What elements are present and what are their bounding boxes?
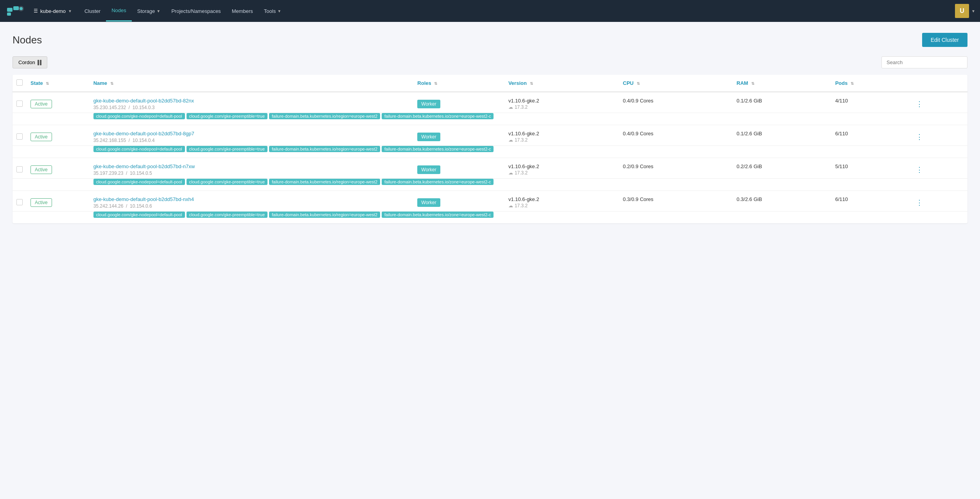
pods-value: 5/110 <box>835 163 848 169</box>
state-sort-icon: ⇅ <box>46 81 49 86</box>
nodes-table: State ⇅ Name ⇅ Roles ⇅ Version ⇅ <box>13 75 967 223</box>
row-version-cell: v1.10.6-gke.2 ☁ 17.3.2 <box>504 92 619 113</box>
row-checkbox-cell[interactable] <box>13 125 27 146</box>
th-state[interactable]: State ⇅ <box>27 75 90 92</box>
th-version[interactable]: Version ⇅ <box>504 75 619 92</box>
row-role-cell: Worker <box>413 125 504 146</box>
table-row: Active gke-kube-demo-default-pool-b2dd57… <box>13 92 967 113</box>
toolbar: Cordon <box>13 56 967 68</box>
svg-rect-2 <box>7 13 11 16</box>
node-tags-list: cloud.google.com/gke-nodepool=default-po… <box>93 212 964 218</box>
nav-nodes[interactable]: Nodes <box>106 0 132 22</box>
nav-tools[interactable]: Tools ▼ <box>258 1 287 21</box>
storage-chevron-icon: ▼ <box>156 9 160 13</box>
version-main: v1.10.6-gke.2 <box>508 196 615 202</box>
node-tag: cloud.google.com/gke-preemptible=true <box>187 212 268 218</box>
cloud-icon: ☁ <box>508 203 513 208</box>
node-name-link[interactable]: gke-kube-demo-default-pool-b2dd57bd-n7xw <box>93 163 410 169</box>
row-checkbox[interactable] <box>16 101 23 107</box>
row-role-cell: Worker <box>413 158 504 179</box>
nodes-table-container: State ⇅ Name ⇅ Roles ⇅ Version ⇅ <box>13 75 967 223</box>
user-chevron-icon[interactable]: ▼ <box>971 9 975 13</box>
nav-cluster[interactable]: Cluster <box>79 1 106 21</box>
row-pods-cell: 6/110 <box>831 191 910 212</box>
version-sort-icon: ⇅ <box>530 81 533 86</box>
row-checkbox-cell[interactable] <box>13 191 27 212</box>
tags-pad-cell <box>13 146 27 158</box>
row-ram-cell: 0.1/2.6 GiB <box>733 125 831 146</box>
version-main: v1.10.6-gke.2 <box>508 131 615 136</box>
edit-cluster-button[interactable]: Edit Cluster <box>922 33 967 47</box>
row-version-cell: v1.10.6-gke.2 ☁ 17.3.2 <box>504 191 619 212</box>
cpu-value: 0.4/0.9 Cores <box>623 98 653 104</box>
role-badge: Worker <box>417 198 440 207</box>
th-roles[interactable]: Roles ⇅ <box>413 75 504 92</box>
row-more-cell[interactable]: ⋮ <box>910 158 967 179</box>
tags-cell: cloud.google.com/gke-nodepool=default-po… <box>90 179 967 191</box>
nav-members[interactable]: Members <box>226 1 258 21</box>
node-tag: failure-domain.beta.kubernetes.io/zone=e… <box>382 212 494 218</box>
cordon-button[interactable]: Cordon <box>13 56 47 68</box>
cloud-icon: ☁ <box>508 170 513 176</box>
row-ram-cell: 0.1/2.6 GiB <box>733 92 831 113</box>
th-name[interactable]: Name ⇅ <box>90 75 414 92</box>
row-checkbox[interactable] <box>16 166 23 172</box>
node-tag: cloud.google.com/gke-preemptible=true <box>187 146 268 152</box>
cpu-value: 0.4/0.9 Cores <box>623 131 653 136</box>
row-state-cell: Active <box>27 125 90 146</box>
row-version-cell: v1.10.6-gke.2 ☁ 17.3.2 <box>504 158 619 179</box>
tools-chevron-icon: ▼ <box>277 9 281 13</box>
search-input[interactable] <box>881 56 967 68</box>
navbar: ☰ kube-demo ▼ Cluster Nodes Storage ▼ Pr… <box>0 0 980 22</box>
svg-point-4 <box>20 7 23 10</box>
node-tags-list: cloud.google.com/gke-nodepool=default-po… <box>93 146 964 152</box>
row-more-cell[interactable]: ⋮ <box>910 125 967 146</box>
node-tag: cloud.google.com/gke-nodepool=default-po… <box>93 212 185 218</box>
row-cpu-cell: 0.4/0.9 Cores <box>619 92 733 113</box>
user-avatar[interactable]: U <box>955 4 969 18</box>
node-name-link[interactable]: gke-kube-demo-default-pool-b2dd57bd-nxh4 <box>93 196 410 202</box>
node-tag: cloud.google.com/gke-preemptible=true <box>187 113 268 119</box>
row-cpu-cell: 0.3/0.9 Cores <box>619 191 733 212</box>
cluster-selector[interactable]: ☰ kube-demo ▼ <box>30 6 76 16</box>
more-actions-button[interactable]: ⋮ <box>914 99 925 109</box>
row-checkbox[interactable] <box>16 199 23 205</box>
select-all-header[interactable] <box>13 75 27 92</box>
row-more-cell[interactable]: ⋮ <box>910 191 967 212</box>
pods-value: 4/110 <box>835 98 848 104</box>
select-all-checkbox[interactable] <box>16 79 23 86</box>
row-pods-cell: 6/110 <box>831 125 910 146</box>
cpu-value: 0.3/0.9 Cores <box>623 196 653 202</box>
node-ips: 35.242.144.26 / 10.154.0.6 <box>93 203 410 209</box>
node-name-link[interactable]: gke-kube-demo-default-pool-b2dd57bd-82nx <box>93 98 410 104</box>
row-checkbox-cell[interactable] <box>13 92 27 113</box>
version-sub: ☁ 17.3.2 <box>508 170 615 176</box>
more-actions-button[interactable]: ⋮ <box>914 165 925 175</box>
th-pods[interactable]: Pods ⇅ <box>831 75 910 92</box>
more-actions-button[interactable]: ⋮ <box>914 197 925 208</box>
row-name-cell: gke-kube-demo-default-pool-b2dd57bd-8gp7… <box>90 125 414 146</box>
version-main: v1.10.6-gke.2 <box>508 98 615 104</box>
more-actions-button[interactable]: ⋮ <box>914 132 925 142</box>
node-tag: failure-domain.beta.kubernetes.io/zone=e… <box>382 179 494 185</box>
th-ram[interactable]: RAM ⇅ <box>733 75 831 92</box>
cordon-label: Cordon <box>18 59 35 65</box>
tags-pad-cell <box>13 113 27 125</box>
roles-sort-icon: ⇅ <box>434 81 437 86</box>
row-checkbox[interactable] <box>16 133 23 140</box>
row-more-cell[interactable]: ⋮ <box>910 92 967 113</box>
th-cpu[interactable]: CPU ⇅ <box>619 75 733 92</box>
node-name-link[interactable]: gke-kube-demo-default-pool-b2dd57bd-8gp7 <box>93 131 410 136</box>
node-tag: failure-domain.beta.kubernetes.io/zone=e… <box>382 113 494 119</box>
node-ips: 35.242.168.155 / 10.154.0.4 <box>93 138 410 143</box>
node-tag: failure-domain.beta.kubernetes.io/region… <box>269 146 380 152</box>
svg-rect-1 <box>13 6 19 10</box>
nav-storage[interactable]: Storage ▼ <box>132 1 166 21</box>
node-ips: 35.230.145.232 / 10.154.0.3 <box>93 105 410 110</box>
table-row: Active gke-kube-demo-default-pool-b2dd57… <box>13 158 967 179</box>
row-state-cell: Active <box>27 92 90 113</box>
row-checkbox-cell[interactable] <box>13 158 27 179</box>
nav-projects[interactable]: Projects/Namespaces <box>166 1 226 21</box>
table-row-tags: cloud.google.com/gke-nodepool=default-po… <box>13 212 967 224</box>
row-name-cell: gke-kube-demo-default-pool-b2dd57bd-nxh4… <box>90 191 414 212</box>
